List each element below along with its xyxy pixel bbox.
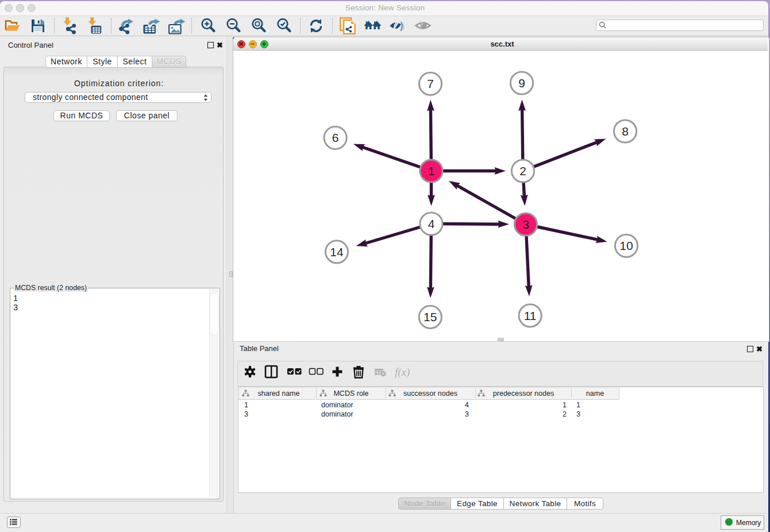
svg-text:15: 15 — [424, 310, 437, 323]
svg-text:8: 8 — [622, 125, 629, 138]
svg-text:10: 10 — [619, 239, 633, 252]
svg-text:7: 7 — [427, 77, 434, 90]
svg-text:6: 6 — [332, 131, 339, 144]
svg-text:9: 9 — [518, 76, 525, 90]
svg-text:f(x): f(x) — [395, 366, 410, 379]
svg-text:2: 2 — [519, 164, 526, 178]
svg-text:14: 14 — [330, 245, 344, 259]
svg-text:4: 4 — [428, 217, 435, 230]
svg-text:3: 3 — [522, 218, 529, 231]
svg-text:1: 1 — [428, 164, 435, 178]
svg-text:11: 11 — [524, 309, 537, 322]
